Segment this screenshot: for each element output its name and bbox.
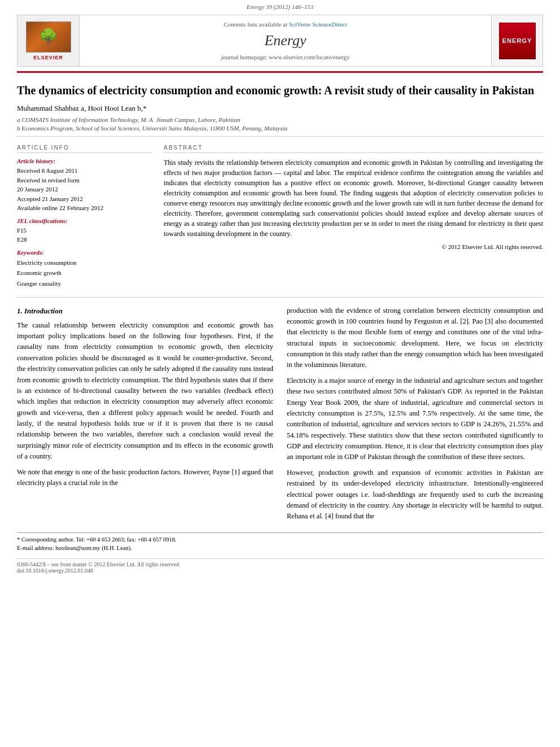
authors-text: Muhammad Shahbaz a, Hooi Hooi Lean b,* [17, 104, 147, 112]
energy-brand-box: ENERGY [499, 23, 536, 59]
journal-title: Energy [264, 32, 306, 49]
citation-text: Energy 39 (2012) 146–153 [247, 3, 313, 10]
body-two-col: 1. Introduction The causal relationship … [17, 305, 543, 527]
keywords-list: Electricity consumption Economic growth … [17, 257, 152, 289]
footnote-corresponding: * Corresponding author. Tel: +60 4 653 2… [17, 535, 543, 544]
abstract-copyright: © 2012 Elsevier Ltd. All rights reserved… [164, 243, 543, 250]
section-divider-2 [17, 297, 543, 298]
keywords-label: Keywords: [17, 249, 152, 256]
journal-header: ELSEVIER Contents lists available at Sci… [17, 15, 543, 67]
sciverse-link: Contents lists available at SciVerse Sci… [224, 21, 347, 28]
jel-codes: F15E28 [17, 226, 152, 244]
abstract-panel: ABSTRACT This study revisits the relatio… [164, 145, 543, 289]
authors-line: Muhammad Shahbaz a, Hooi Hooi Lean b,* [17, 104, 543, 113]
body-col-left: 1. Introduction The causal relationship … [17, 305, 273, 527]
energy-logo-box: ENERGY [492, 15, 542, 66]
section-divider-1 [17, 136, 543, 137]
intro-heading: 1. Introduction [17, 305, 273, 317]
received-date: Received 8 August 2011 Received in revis… [17, 166, 152, 213]
body-right-para-2: Electricity is a major source of energy … [287, 375, 543, 463]
elsevier-tree-image [26, 21, 71, 53]
elsevier-brand: ELSEVIER [33, 55, 63, 60]
affiliation-a: a COMSATS Institute of Information Techn… [17, 116, 543, 123]
journal-citation: Energy 39 (2012) 146–153 [0, 0, 560, 11]
body-right-para-3: However, production growth and expansion… [287, 468, 543, 522]
journal-center-block: Contents lists available at SciVerse Sci… [80, 15, 492, 66]
doi-text: doi:10.1016/j.energy.2012.01.048 [17, 567, 543, 574]
abstract-title: ABSTRACT [164, 145, 543, 153]
history-label: Article history: [17, 158, 152, 164]
keyword-1: Electricity consumption [17, 257, 152, 268]
energy-logo-text: ENERGY [502, 37, 532, 44]
bottom-bar: 0360-5442/$ – see front matter © 2012 El… [17, 558, 543, 574]
article-info-title: ARTICLE INFO [17, 145, 152, 153]
article-info-panel: ARTICLE INFO Article history: Received 8… [17, 145, 152, 289]
journal-homepage: journal homepage: www.elsevier.com/locat… [221, 54, 349, 60]
footnote-area: * Corresponding author. Tel: +60 4 653 2… [17, 532, 543, 553]
keyword-2: Economic growth [17, 268, 152, 278]
article-info-abstract-section: ARTICLE INFO Article history: Received 8… [17, 145, 543, 289]
intro-para-1: The causal relationship between electric… [17, 320, 273, 462]
paper-title: The dynamics of electricity consumption … [17, 83, 543, 98]
intro-para-2: We note that energy is one of the basic … [17, 467, 273, 489]
header-divider-thick [17, 71, 543, 73]
elsevier-logo: ELSEVIER [18, 15, 80, 66]
footnote-email: E-mail address: hooilean@usm.my (H.H. Le… [17, 544, 543, 553]
jel-label: JEL classifications: [17, 217, 152, 224]
keyword-3: Granger causality [17, 278, 152, 289]
body-col-right: production with the evidence of strong c… [287, 305, 543, 527]
abstract-body: This study revisits the relationship bet… [164, 158, 543, 239]
body-right-para-1: production with the evidence of strong c… [287, 305, 543, 371]
issn-text: 0360-5442/$ – see front matter © 2012 El… [17, 561, 543, 567]
affiliation-b: b Economics Program, School of Social Sc… [17, 125, 543, 132]
sciverse-anchor[interactable]: SciVerse ScienceDirect [289, 21, 347, 28]
